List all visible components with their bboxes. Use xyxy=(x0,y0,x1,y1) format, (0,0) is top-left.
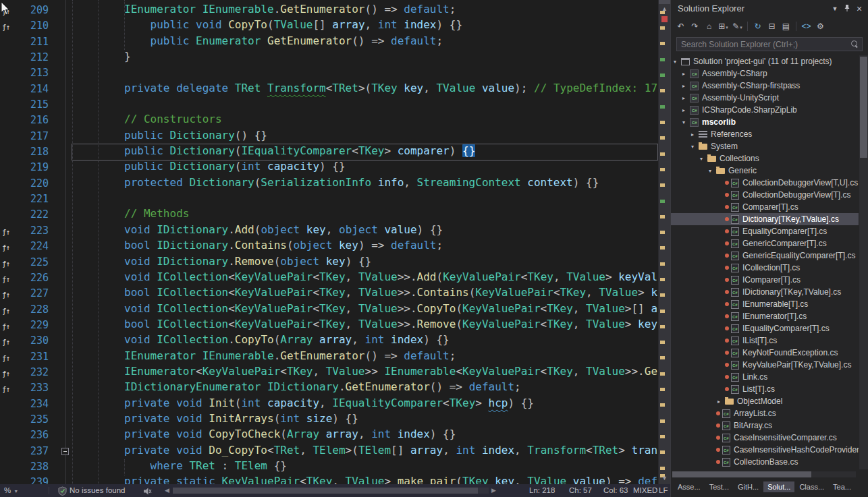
code-lines[interactable]: IEnumerator IEnumerable.GetEnumerator() … xyxy=(72,3,657,484)
code-line-210[interactable]: public void CopyTo(TValue[] array, int i… xyxy=(72,18,657,34)
line-number[interactable]: 214 xyxy=(15,82,49,97)
tree-item[interactable]: CollectionDebuggerView[T].cs xyxy=(671,189,859,201)
line-number[interactable]: 223 xyxy=(15,223,49,239)
line-number[interactable]: 235 xyxy=(15,412,49,428)
code-line-214[interactable]: private delegate TRet Transform<TRet>(TK… xyxy=(72,82,657,97)
expander-icon[interactable]: ▸ xyxy=(682,107,690,113)
tree-item[interactable]: BitArray.cs xyxy=(671,419,859,432)
line-indicator[interactable]: Ln: 218 xyxy=(529,484,555,497)
line-number[interactable]: 222 xyxy=(15,207,49,223)
tree-item[interactable]: CaseInsensitiveHashCodeProvider.cs xyxy=(671,444,859,456)
code-line-223[interactable]: void IDictionary.Add(object key, object … xyxy=(72,223,657,239)
line-number[interactable]: 236 xyxy=(15,428,49,443)
panel-hscroll-thumb[interactable] xyxy=(672,471,811,477)
editor-vertical-scrollbar[interactable]: ▲ ▼ xyxy=(658,0,670,484)
line-number[interactable]: 218 xyxy=(15,144,49,160)
override-indicator-icon[interactable]: ƒ↑ xyxy=(0,291,9,299)
panel-tab-test[interactable]: Test... xyxy=(705,481,733,492)
line-number[interactable]: 209 xyxy=(15,3,49,18)
expander-icon[interactable]: ▾ xyxy=(682,119,690,125)
search-icon[interactable] xyxy=(851,40,857,47)
code-line-226[interactable]: void ICollection<KeyValuePair<TKey, TVal… xyxy=(72,270,657,286)
override-indicator-icon[interactable]: ƒ↑ xyxy=(0,370,9,378)
tree-item[interactable]: ICollection[T].cs xyxy=(671,262,859,274)
hscroll-thumb[interactable] xyxy=(173,488,478,494)
panel-vscroll-thumb[interactable] xyxy=(860,57,867,158)
panel-tab-class[interactable]: Class... xyxy=(795,481,828,492)
expander-icon[interactable]: ▾ xyxy=(709,168,716,174)
show-all-files-icon[interactable]: ▤ xyxy=(780,20,792,32)
tree-item[interactable]: ▸References xyxy=(671,128,859,140)
tree-item[interactable]: ▸Assembly-CSharp xyxy=(671,67,859,80)
expander-icon[interactable]: ▸ xyxy=(691,131,699,138)
properties-icon[interactable]: ⚙ xyxy=(814,20,827,32)
panel-tab-gith[interactable]: GitH... xyxy=(734,481,763,492)
line-number[interactable]: 225 xyxy=(15,255,49,270)
line-number[interactable]: 229 xyxy=(15,318,49,333)
line-number[interactable]: 210 xyxy=(15,18,49,34)
line-number[interactable]: 216 xyxy=(15,113,49,128)
line-number[interactable]: 237 xyxy=(15,444,49,459)
fold-collapse-toggle[interactable] xyxy=(61,448,69,455)
code-line-224[interactable]: bool IDictionary.Contains(object key) =>… xyxy=(72,239,657,254)
line-number[interactable]: 224 xyxy=(15,239,49,254)
line-number[interactable]: 228 xyxy=(15,302,49,318)
code-line-238[interactable]: where TRet : TElem {} xyxy=(72,459,657,475)
code-line-209[interactable]: IEnumerator IEnumerable.GetEnumerator() … xyxy=(72,3,657,18)
tree-item[interactable]: IDictionary[TKey,TValue].cs xyxy=(671,286,859,298)
tree-item[interactable]: KeyNotFoundException.cs xyxy=(671,347,859,359)
document-health-icon[interactable] xyxy=(58,486,67,497)
solution-tree[interactable]: ▾Solution 'project-gui' (11 of 11 projec… xyxy=(671,55,859,469)
window-options-icon[interactable]: ▼ xyxy=(830,4,840,13)
issues-status[interactable]: No issues found xyxy=(70,484,125,497)
code-line-215[interactable] xyxy=(72,97,657,113)
collapse-all-icon[interactable]: ⊟ xyxy=(765,20,778,32)
tree-item[interactable]: List[T].cs xyxy=(671,383,859,395)
expander-icon[interactable]: ▾ xyxy=(691,144,699,150)
override-indicator-icon[interactable]: ƒ↑ xyxy=(0,23,9,32)
override-indicator-icon[interactable]: ƒ↑ xyxy=(0,228,9,237)
scroll-down-arrow-icon[interactable]: ▼ xyxy=(659,474,670,482)
tree-item[interactable]: KeyValuePair[TKey,TValue].cs xyxy=(671,359,859,371)
column-indicator[interactable]: Col: 63 xyxy=(603,484,628,497)
line-number[interactable]: 239 xyxy=(15,475,49,484)
splitter-grip[interactable] xyxy=(659,0,670,4)
tree-item[interactable]: IComparer[T].cs xyxy=(671,274,859,286)
override-indicator-icon[interactable]: ƒ↑ xyxy=(0,322,9,331)
code-line-212[interactable]: } xyxy=(72,50,657,65)
code-line-227[interactable]: bool ICollection<KeyValuePair<TKey, TVal… xyxy=(72,286,657,301)
zoom-control[interactable]: %▼ xyxy=(4,484,18,497)
character-indicator[interactable]: Ch: 57 xyxy=(569,484,592,497)
panel-title[interactable]: Solution Explorer ▼ × xyxy=(671,0,868,18)
tree-item[interactable]: CollectionDebuggerView[T,U].cs xyxy=(671,177,859,189)
code-line-232[interactable]: IEnumerator<KeyValuePair<TKey, TValue>> … xyxy=(72,365,657,380)
line-number[interactable]: 221 xyxy=(15,192,49,207)
panel-tab-asse[interactable]: Asse... xyxy=(674,481,705,492)
code-line-234[interactable]: private void Init(int capacity, IEqualit… xyxy=(72,397,657,412)
panel-tab-tea[interactable]: Tea... xyxy=(829,481,855,492)
close-icon[interactable]: × xyxy=(855,4,864,13)
line-number[interactable]: 217 xyxy=(15,129,49,144)
tree-item[interactable]: GenericEqualityComparer[T].cs xyxy=(671,250,859,262)
tree-item[interactable]: ▾Collections xyxy=(671,152,859,165)
expander-icon[interactable]: ▾ xyxy=(700,156,707,162)
line-number[interactable]: 213 xyxy=(15,65,49,81)
sync-active-document-icon[interactable]: ↻ xyxy=(751,20,764,32)
view-code-icon[interactable]: <> xyxy=(800,20,813,32)
home-icon[interactable]: ⌂ xyxy=(703,20,715,32)
expander-icon[interactable]: ▸ xyxy=(717,399,725,405)
code-line-216[interactable]: // Constructors xyxy=(72,113,657,128)
override-indicator-icon[interactable]: ƒ↑ xyxy=(0,354,9,363)
tree-item[interactable]: IEqualityComparer[T].cs xyxy=(671,322,859,334)
tree-item[interactable]: IEnumerable[T].cs xyxy=(671,298,859,310)
tree-item[interactable]: ▸Assembly-CSharp-firstpass xyxy=(671,80,859,92)
code-editor[interactable]: ƒ↑ƒ↑ƒ↑ƒ↑ƒ↑ƒ↑ƒ↑ƒ↑ƒ↑ƒ↑ƒ↑ƒ↑ƒ↑ 2092102112122… xyxy=(0,0,658,484)
code-line-235[interactable]: private void InitArrays(int size) {} xyxy=(72,412,657,428)
code-line-231[interactable]: IEnumerator IEnumerable.GetEnumerator() … xyxy=(72,349,657,365)
tree-item[interactable]: ▸Assembly-UnityScript xyxy=(671,92,859,104)
override-indicator-icon[interactable]: ƒ↑ xyxy=(0,385,9,394)
code-line-211[interactable]: public Enumerator GetEnumerator() => def… xyxy=(72,34,657,50)
override-indicator-icon[interactable]: ƒ↑ xyxy=(0,275,9,284)
tree-item[interactable]: CaseInsensitiveComparer.cs xyxy=(671,432,859,444)
code-line-221[interactable] xyxy=(72,192,657,207)
